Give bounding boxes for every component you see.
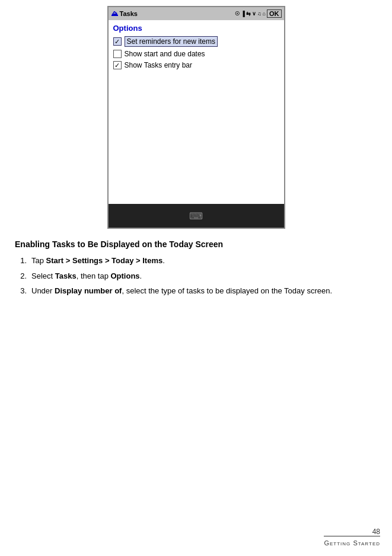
instructions-list: 1. Tap Start > Settings > Today > Items.… (15, 255, 377, 297)
section-heading: Enabling Tasks to Be Displayed on the To… (15, 239, 377, 249)
instruction-item-1: 1. Tap Start > Settings > Today > Items. (15, 255, 377, 267)
checkbox-item-1[interactable]: Set reminders for new items (113, 36, 279, 47)
checkbox-label-3: Show Tasks entry bar (125, 61, 193, 69)
checkbox-list: Set reminders for new items Show start a… (113, 36, 279, 69)
checkbox-item-2[interactable]: Show start and due dates (113, 50, 279, 58)
page-footer: 48 Getting Started (324, 528, 380, 547)
checkbox-label-1: Set reminders for new items (125, 36, 218, 47)
options-title: Options (113, 24, 279, 33)
checkbox-3[interactable] (113, 61, 122, 69)
instruction-number-1: 1. (15, 255, 27, 267)
page-number: 48 (324, 528, 380, 536)
instruction-text-1: Tap Start > Settings > Today > Items. (31, 255, 377, 267)
footer-title: Getting Started (324, 539, 380, 547)
phone-content: Options Set reminders for new items Show… (109, 20, 284, 204)
instruction-item-2: 2. Select Tasks, then tap Options. (15, 270, 377, 282)
bold-display-number: Display number of (55, 286, 122, 295)
instruction-item-3: 3. Under Display number of, select the t… (15, 285, 377, 297)
taskbar-left: ⛰ Tasks (111, 9, 138, 18)
start-icon: ⛰ (111, 9, 118, 18)
status-icon-6: ⌂ (263, 11, 266, 17)
status-icon-2: ▐ (241, 11, 244, 17)
checkbox-1[interactable] (113, 37, 122, 46)
page-container: ⛰ Tasks ☉ ▐ ⇆ ∨ ♫ ⌂ OK Options Set remin… (0, 0, 392, 556)
app-name-label: Tasks (120, 10, 138, 17)
keyboard-icon: ⌨ (189, 210, 203, 222)
ok-button[interactable]: OK (267, 9, 282, 18)
checkbox-label-2: Show start and due dates (125, 50, 205, 58)
bold-options: Options (110, 271, 139, 280)
bold-start-path: Start > Settings > Today > Items (46, 256, 163, 265)
phone-screenshot: ⛰ Tasks ☉ ▐ ⇆ ∨ ♫ ⌂ OK Options Set remin… (107, 6, 285, 229)
footer-divider (324, 536, 380, 536)
status-icon-4: ∨ (252, 11, 256, 17)
status-icon-1: ☉ (235, 11, 240, 17)
main-content: Enabling Tasks to Be Displayed on the To… (12, 239, 380, 297)
bold-tasks: Tasks (55, 271, 77, 280)
phone-taskbar: ⛰ Tasks ☉ ▐ ⇆ ∨ ♫ ⌂ OK (109, 7, 284, 20)
keyboard-area: ⌨ (109, 204, 284, 228)
instruction-text-3: Under Display number of, select the type… (31, 285, 377, 297)
status-icon-5: ♫ (257, 11, 262, 17)
instruction-number-2: 2. (15, 270, 27, 282)
instruction-text-2: Select Tasks, then tap Options. (31, 270, 377, 282)
status-icon-3: ⇆ (246, 11, 251, 17)
checkbox-2[interactable] (113, 50, 122, 58)
instruction-number-3: 3. (15, 285, 27, 297)
taskbar-right: ☉ ▐ ⇆ ∨ ♫ ⌂ OK (235, 9, 281, 18)
checkbox-item-3[interactable]: Show Tasks entry bar (113, 61, 279, 69)
